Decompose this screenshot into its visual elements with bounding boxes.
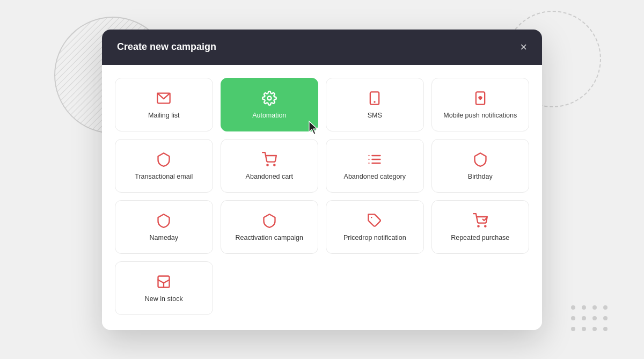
box-icon xyxy=(156,274,171,289)
campaign-grid: Mailing list Automation xyxy=(115,78,529,315)
card-mailing-list[interactable]: Mailing list xyxy=(115,78,213,131)
svg-point-12 xyxy=(571,327,575,331)
svg-point-10 xyxy=(592,316,597,320)
close-button[interactable]: × xyxy=(520,41,527,53)
card-reactivation[interactable]: Reactivation campaign xyxy=(221,200,319,254)
card-label-sms: SMS xyxy=(368,111,382,120)
card-abandoned-category[interactable]: Abandoned category xyxy=(326,139,424,193)
svg-point-13 xyxy=(582,327,586,331)
svg-point-31 xyxy=(478,226,479,227)
card-transactional-email[interactable]: Transactional email xyxy=(115,139,213,193)
card-label-reactivation: Reactivation campaign xyxy=(236,233,303,242)
modal-title: Create new campaign xyxy=(117,41,216,53)
card-label-repeated-purchase: Repeated purchase xyxy=(451,233,509,242)
card-repeated-purchase[interactable]: Repeated purchase xyxy=(431,200,530,254)
dots-decoration xyxy=(569,303,612,338)
card-pricedrop[interactable]: Pricedrop notification xyxy=(326,200,424,254)
svg-point-14 xyxy=(592,327,597,331)
svg-point-18 xyxy=(267,97,271,100)
svg-point-11 xyxy=(603,316,608,320)
card-sms[interactable]: SMS xyxy=(326,78,424,131)
card-label-new-in-stock: New in stock xyxy=(145,295,183,303)
svg-point-6 xyxy=(592,305,597,310)
create-campaign-modal: Create new campaign × Mailing list xyxy=(102,30,542,330)
cursor-icon xyxy=(307,120,320,135)
mail-icon xyxy=(156,91,171,106)
cart-check-icon xyxy=(473,213,488,228)
modal-header: Create new campaign × xyxy=(102,30,542,65)
card-abandoned-cart[interactable]: Abandoned cart xyxy=(221,139,319,193)
svg-point-23 xyxy=(274,165,275,166)
card-label-pricedrop: Pricedrop notification xyxy=(343,233,406,242)
sms-phone-icon xyxy=(367,91,382,106)
gear-icon xyxy=(262,91,277,106)
svg-point-15 xyxy=(603,327,608,331)
card-label-nameday: Nameday xyxy=(150,233,179,242)
cart-abandoned-icon xyxy=(262,152,277,167)
card-label-abandoned-cart: Abandoned cart xyxy=(246,172,293,181)
card-mobile-push[interactable]: Mobile push notifications xyxy=(431,78,530,131)
card-label-automation: Automation xyxy=(252,111,286,120)
card-new-in-stock[interactable]: New in stock xyxy=(115,261,213,315)
card-label-mobile-push: Mobile push notifications xyxy=(443,111,517,120)
svg-point-5 xyxy=(582,305,586,310)
svg-point-32 xyxy=(485,226,486,227)
modal-body: Mailing list Automation xyxy=(102,65,542,330)
card-label-transactional: Transactional email xyxy=(135,172,193,181)
birthday-shield-icon xyxy=(473,152,488,167)
card-label-abandoned-category: Abandoned category xyxy=(344,172,406,181)
svg-point-4 xyxy=(571,305,575,310)
card-label-mailing-list: Mailing list xyxy=(148,111,179,120)
card-birthday[interactable]: Birthday xyxy=(431,139,530,193)
svg-point-22 xyxy=(267,165,268,166)
svg-point-7 xyxy=(603,305,608,310)
nameday-shield-icon xyxy=(156,213,171,228)
reactivation-shield-icon xyxy=(262,213,277,228)
card-label-birthday: Birthday xyxy=(468,172,493,181)
card-automation[interactable]: Automation xyxy=(221,78,319,131)
card-nameday[interactable]: Nameday xyxy=(115,200,213,254)
mobile-bell-icon xyxy=(473,91,488,106)
tag-icon xyxy=(367,213,382,228)
shield-transactional-icon xyxy=(156,152,171,167)
list-icon xyxy=(367,152,382,167)
svg-point-9 xyxy=(582,316,586,320)
svg-point-8 xyxy=(571,316,575,320)
